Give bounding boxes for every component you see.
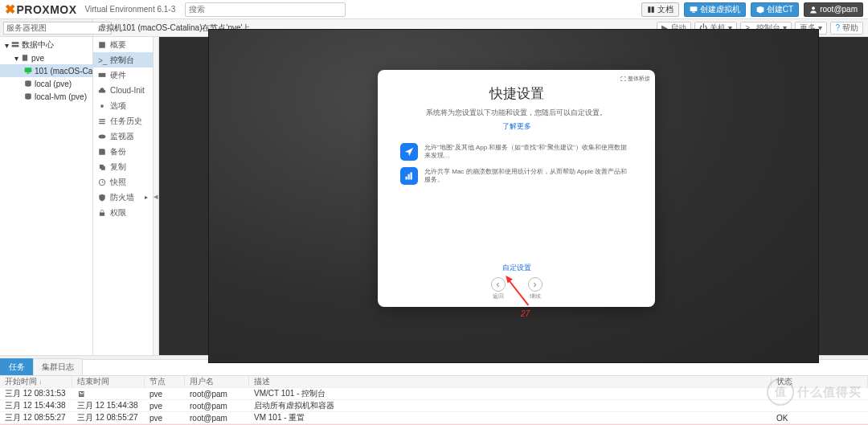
tree-vm-101[interactable]: 101 (macOS-Catalina) [0, 64, 92, 77]
task-row[interactable]: 三月 12 08:31:53🖥pveroot@pamVM/CT 101 - 控制… [0, 388, 868, 400]
svg-rect-18 [406, 177, 407, 180]
view-selector[interactable] [0, 19, 93, 36]
svg-point-2 [812, 6, 815, 10]
chart-icon [400, 167, 418, 185]
mac-customize[interactable]: 自定设置 [378, 263, 655, 273]
menu-summary[interactable]: 概要 [93, 37, 153, 52]
copy-icon [98, 163, 106, 171]
col-user[interactable]: 用户名 [185, 376, 249, 387]
user-menu[interactable]: root@pam [804, 2, 863, 17]
col-desc[interactable]: 描述 [249, 376, 772, 387]
search-input[interactable] [185, 2, 346, 17]
svg-rect-19 [408, 174, 410, 180]
mac-continue-button[interactable]: ›继续 [528, 277, 542, 300]
svg-point-13 [99, 134, 106, 138]
chevron-down-icon: ▾ [818, 23, 822, 32]
svg-rect-11 [99, 72, 106, 76]
collapse-handle[interactable]: ◂ [154, 37, 159, 355]
gear-icon [98, 102, 106, 110]
menu-snapshot[interactable]: 快照 [93, 174, 153, 190]
version-label: Virtual Environment 6.1-3 [85, 5, 176, 14]
col-end[interactable]: 结束时间 [72, 376, 145, 387]
svg-rect-7 [27, 73, 30, 74]
logo-x-icon: ✖ [5, 2, 16, 17]
mac-row2-text: 允许共享 Mac 的崩溃数据和使用统计分析，从而帮助 Apple 改善产品和服务… [424, 168, 633, 185]
menu-monitor[interactable]: 监视器 [93, 129, 153, 144]
mac-title: 快捷设置 [378, 70, 655, 103]
terminal-icon: >_ [98, 56, 106, 64]
monitor-icon: 🖥 [77, 390, 85, 398]
task-row[interactable]: 三月 12 15:44:38三月 12 15:44:38pveroot@pam启… [0, 400, 868, 412]
task-row[interactable]: 三月 12 08:55:27三月 12 08:55:27pveroot@pamV… [0, 412, 868, 424]
monitor-icon [24, 67, 32, 75]
lock-icon [98, 209, 106, 217]
eye-icon [98, 133, 106, 141]
mac-row-analytics: 允许共享 Mac 的崩溃数据和使用统计分析，从而帮助 Apple 改善产品和服务… [400, 167, 633, 185]
disk-icon [24, 80, 32, 88]
col-start[interactable]: 开始时间↓ [0, 376, 72, 387]
tree-storage-local[interactable]: local (pve) [0, 77, 92, 90]
cloud-icon [98, 87, 106, 95]
tree-storage-local-lvm[interactable]: local-lvm (pve) [0, 90, 92, 103]
menu-hardware[interactable]: 硬件 [93, 67, 153, 83]
create-ct-button[interactable]: 创建CT [751, 2, 799, 17]
svg-rect-3 [12, 42, 19, 44]
log-pane: 任务 集群日志 开始时间↓ 结束时间 节点 用户名 描述 状态 三月 12 08… [0, 360, 868, 425]
logo-text: PROXMOX [17, 3, 77, 16]
docs-label: 文档 [657, 4, 674, 15]
menu-cloudinit[interactable]: Cloud-Init [93, 83, 153, 98]
cube-icon [756, 6, 764, 14]
mac-setup-dialog: ⛶整体桥接 快捷设置 系统将为您设置以下功能和设置，您随后可以自定设置。 了解更… [378, 70, 655, 307]
svg-point-12 [100, 104, 104, 108]
mac-row-location: 允许"地图"及其他 App 和服务（如"查找"和"聚焦建议"）收集和使用数据来发… [400, 143, 633, 161]
arrow-left-icon: ‹ [491, 277, 506, 292]
mac-row1-text: 允许"地图"及其他 App 和服务（如"查找"和"聚焦建议"）收集和使用数据来发… [424, 144, 633, 161]
svg-rect-20 [411, 173, 412, 180]
disk-icon [24, 92, 32, 100]
svg-rect-4 [12, 45, 19, 47]
menu-console[interactable]: >_控制台 [93, 52, 153, 67]
tree-datacenter[interactable]: ▾数据中心 [0, 39, 92, 51]
tab-cluster-log[interactable]: 集群日志 [33, 358, 83, 375]
resource-tree: ▾数据中心 ▾pve 101 (macOS-Catalina) local (p… [0, 37, 93, 355]
book-icon [647, 6, 655, 14]
help-icon: ? [835, 23, 840, 32]
menu-firewall[interactable]: 防火墙▸ [93, 190, 153, 205]
svg-rect-15 [101, 166, 105, 170]
svg-rect-0 [690, 6, 697, 11]
chevron-right-icon: ▸ [145, 194, 148, 201]
docs-button[interactable]: 文档 [641, 2, 679, 17]
menu-permissions[interactable]: 权限 [93, 205, 153, 220]
menu-taskhist[interactable]: 任务历史 [93, 113, 153, 129]
tree-node-pve[interactable]: ▾pve [0, 51, 92, 64]
note-icon [98, 41, 106, 49]
menu-backup[interactable]: 备份 [93, 144, 153, 159]
svg-rect-1 [692, 11, 695, 12]
col-node[interactable]: 节点 [145, 376, 185, 387]
menu-options[interactable]: 选项 [93, 98, 153, 113]
user-label: root@pam [820, 5, 858, 14]
fullscreen-badge[interactable]: ⛶整体桥接 [620, 75, 650, 83]
create-ct-label: 创建CT [767, 4, 793, 15]
vm-menu: 概要 >_控制台 硬件 Cloud-Init 选项 任务历史 监视器 备份 复制… [93, 37, 154, 355]
create-vm-button[interactable]: 创建虚拟机 [684, 2, 746, 17]
help-button[interactable]: ?帮助 [830, 22, 863, 35]
mac-learn-more[interactable]: 了解更多 [378, 121, 655, 132]
svg-rect-5 [23, 55, 27, 61]
svg-rect-10 [99, 42, 105, 48]
save-icon [98, 148, 106, 156]
svg-rect-6 [25, 67, 32, 72]
menu-replication[interactable]: 复制 [93, 159, 153, 174]
building-icon [21, 54, 29, 62]
svg-rect-17 [100, 212, 104, 215]
vnc-screen[interactable]: ⛶整体桥接 快捷设置 系统将为您设置以下功能和设置，您随后可以自定设置。 了解更… [208, 29, 819, 363]
annotation-label: 27 [521, 309, 530, 318]
console-area: ⛶整体桥接 快捷设置 系统将为您设置以下功能和设置，您随后可以自定设置。 了解更… [159, 37, 868, 355]
user-icon [809, 6, 817, 14]
caret-icon: ▾ [14, 54, 18, 63]
mac-back-button[interactable]: ‹返回 [491, 277, 506, 300]
list-icon [98, 117, 106, 125]
location-icon [400, 143, 418, 161]
tab-tasks[interactable]: 任务 [0, 358, 34, 375]
col-status[interactable]: 状态 [772, 376, 868, 387]
